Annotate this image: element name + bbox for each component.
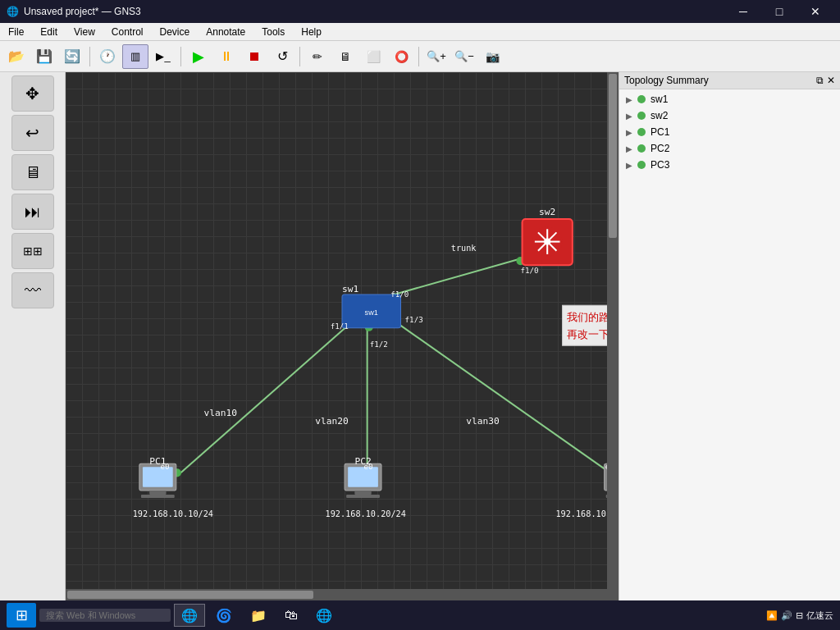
maximize-button[interactable]: □ <box>761 0 797 23</box>
svg-point-18 <box>544 239 550 245</box>
topology-label-pc1: PC1 <box>651 126 669 138</box>
reset-button[interactable]: ↺ <box>269 44 295 69</box>
minimize-button[interactable]: ─ <box>725 0 761 23</box>
topology-status-sw2 <box>637 112 646 120</box>
svg-text:vlan10: vlan10 <box>204 408 238 418</box>
menu-tools[interactable]: Tools <box>253 23 293 40</box>
history-button[interactable]: 🕐 <box>94 44 121 69</box>
toolbar-sep-2 <box>180 47 181 66</box>
tray-brand: 亿速云 <box>806 609 833 622</box>
taskbar: ⊞ 🌐 🌀 📁 🛍 🌐 🔼 🔊 ⊟ 亿速云 <box>0 600 840 630</box>
topology-item-sw2[interactable]: ▶ sw2 <box>619 107 840 124</box>
svg-text:f1/0: f1/0 <box>390 290 409 299</box>
left-sidebar: ✥ ↩ 🖥 ⏭ ⊞⊞ 〰 <box>0 72 66 600</box>
rect-button[interactable]: ⬜ <box>360 44 386 69</box>
svg-rect-23 <box>141 495 175 498</box>
zoom-in-button[interactable]: 🔍+ <box>423 44 450 69</box>
svg-text:192.168.10.10/24: 192.168.10.10/24 <box>133 509 213 518</box>
svg-text:f1/3: f1/3 <box>405 315 423 324</box>
svg-text:vlan30: vlan30 <box>466 416 500 427</box>
topology-item-pc2[interactable]: ▶ PC2 <box>619 140 840 157</box>
topology-label-sw2: sw2 <box>651 110 668 121</box>
display-button[interactable]: 🖥 <box>332 44 358 69</box>
topology-panel-content: ▶ sw1 ▶ sw2 ▶ PC1 ▶ PC2 ▶ P <box>619 89 840 600</box>
topology-panel-title: Topology Summary <box>624 75 709 86</box>
sidebar-tool-back[interactable]: ↩ <box>11 115 54 151</box>
save-button[interactable]: 💾 <box>31 44 57 69</box>
canvas-scrollbar-vertical[interactable] <box>607 72 619 589</box>
taskbar-app-browser[interactable]: 🌐 <box>308 604 340 627</box>
sidebar-tool-cable[interactable]: 〰 <box>11 272 54 308</box>
canvas-area[interactable]: sw1 <box>66 72 619 600</box>
sidebar-tool-monitor[interactable]: 🖥 <box>11 154 54 190</box>
menu-edit[interactable]: Edit <box>32 23 66 40</box>
topology-status-pc1 <box>637 128 646 136</box>
menu-device[interactable]: Device <box>152 23 199 40</box>
window-title: Unsaved project* — GNS3 <box>24 6 141 17</box>
topology-panel-float[interactable]: ⧉ <box>816 75 824 86</box>
close-button[interactable]: ✕ <box>797 0 833 23</box>
svg-text:e0: e0 <box>160 462 169 471</box>
tray-network[interactable]: 🔼 <box>766 610 778 621</box>
taskbar-search-input[interactable] <box>39 609 171 622</box>
sidebar-tool-skip[interactable]: ⏭ <box>11 194 54 230</box>
svg-text:f1/2: f1/2 <box>370 340 388 349</box>
menu-bar: File Edit View Control Device Annotate T… <box>0 23 840 41</box>
app-icon: 🌐 <box>7 6 19 17</box>
sidebar-tool-move[interactable]: ✥ <box>11 75 54 112</box>
topology-item-pc1[interactable]: ▶ PC1 <box>619 124 840 140</box>
title-left: 🌐 Unsaved project* — GNS3 <box>7 6 141 17</box>
topology-panel: Topology Summary ⧉ ✕ ▶ sw1 ▶ sw2 ▶ PC1 <box>619 72 840 600</box>
topology-label-sw1: sw1 <box>651 94 668 105</box>
reload-button[interactable]: 🔄 <box>59 44 85 69</box>
main-area: ✥ ↩ 🖥 ⏭ ⊞⊞ 〰 <box>0 72 840 600</box>
ellipse-button[interactable]: ⭕ <box>388 44 414 69</box>
svg-rect-22 <box>149 491 166 495</box>
taskbar-app-store[interactable]: 🛍 <box>277 604 305 627</box>
terminal-button[interactable]: ▶_ <box>150 44 176 69</box>
menu-control[interactable]: Control <box>103 23 152 40</box>
start-button[interactable]: ▶ <box>185 44 212 69</box>
taskbar-tray: 🔼 🔊 ⊟ 亿速云 <box>766 609 833 622</box>
pause-button[interactable]: ⏸ <box>213 44 240 69</box>
tray-volume[interactable]: 🔊 <box>781 610 792 621</box>
edit-button[interactable]: ✏ <box>304 44 331 69</box>
console-button[interactable]: ▥ <box>122 44 148 69</box>
topology-panel-close[interactable]: ✕ <box>827 75 835 86</box>
toolbar-sep-4 <box>418 47 419 66</box>
menu-view[interactable]: View <box>66 23 103 40</box>
network-topology: sw1 <box>66 72 619 600</box>
topology-arrow-pc3: ▶ <box>626 161 632 170</box>
taskbar-app-edge[interactable]: 🌀 <box>208 604 240 627</box>
svg-rect-28 <box>348 467 378 487</box>
zoom-out-button[interactable]: 🔍− <box>451 44 477 69</box>
start-button[interactable]: ⊞ <box>7 603 36 628</box>
taskbar-app-gns3[interactable]: 🌐 <box>174 604 205 627</box>
topology-panel-header: Topology Summary ⧉ ✕ <box>619 72 840 89</box>
topology-status-sw1 <box>637 95 646 103</box>
topology-arrow-pc2: ▶ <box>626 144 632 153</box>
menu-help[interactable]: Help <box>293 23 330 40</box>
open-button[interactable]: 📂 <box>3 44 30 69</box>
stop-button[interactable]: ⏹ <box>241 44 267 69</box>
topology-item-sw1[interactable]: ▶ sw1 <box>619 91 840 107</box>
title-controls: ─ □ ✕ <box>725 0 833 23</box>
svg-text:192.168.10.20/24: 192.168.10.20/24 <box>326 509 406 518</box>
topology-item-pc3[interactable]: ▶ PC3 <box>619 157 840 173</box>
topology-label-pc3: PC3 <box>651 159 669 171</box>
screenshot-button[interactable]: 📷 <box>479 44 505 69</box>
sidebar-tool-multi[interactable]: ⊞⊞ <box>11 233 54 269</box>
menu-annotate[interactable]: Annotate <box>198 23 253 40</box>
topology-status-pc2 <box>637 144 646 153</box>
toolbar-sep-3 <box>299 47 300 66</box>
svg-text:sw1: sw1 <box>365 308 378 317</box>
menu-file[interactable]: File <box>0 23 32 40</box>
title-bar: 🌐 Unsaved project* — GNS3 ─ □ ✕ <box>0 0 840 23</box>
svg-text:vlan20: vlan20 <box>315 416 349 427</box>
svg-rect-27 <box>346 495 380 498</box>
toolbar-sep-1 <box>89 47 90 66</box>
svg-text:trunk: trunk <box>451 244 477 253</box>
toolbar: 📂 💾 🔄 🕐 ▥ ▶_ ▶ ⏸ ⏹ ↺ ✏ 🖥 ⬜ ⭕ 🔍+ 🔍− 📷 <box>0 41 840 72</box>
taskbar-app-explorer[interactable]: 📁 <box>243 604 274 627</box>
canvas-scrollbar-horizontal[interactable] <box>66 589 619 600</box>
